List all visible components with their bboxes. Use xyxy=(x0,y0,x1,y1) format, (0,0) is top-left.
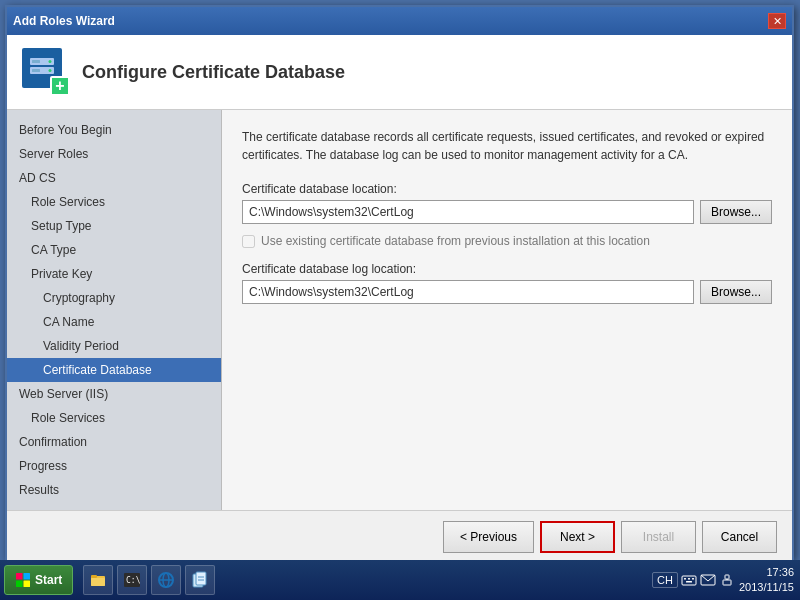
svg-rect-23 xyxy=(684,578,686,580)
next-button[interactable]: Next > xyxy=(540,521,615,553)
start-label: Start xyxy=(35,573,62,587)
existing-db-checkbox[interactable] xyxy=(242,235,255,248)
add-icon: + xyxy=(50,76,70,96)
nav-results[interactable]: Results xyxy=(7,478,221,502)
nav-validity-period[interactable]: Validity Period xyxy=(7,334,221,358)
terminal-icon: C:\ xyxy=(123,571,141,589)
nav-panel: Before You Begin Server Roles AD CS Role… xyxy=(7,110,222,510)
taskbar-clock: 17:36 2013/11/15 xyxy=(739,565,794,596)
nav-before-you-begin[interactable]: Before You Begin xyxy=(7,118,221,142)
svg-rect-28 xyxy=(723,580,731,585)
svg-rect-25 xyxy=(692,578,694,580)
taskbar-icon-files[interactable] xyxy=(185,565,215,595)
svg-point-2 xyxy=(49,60,52,63)
network-icon xyxy=(719,572,735,588)
nav-ca-name[interactable]: CA Name xyxy=(7,310,221,334)
taskbar: Start C:\ xyxy=(0,560,800,600)
svg-rect-11 xyxy=(91,578,105,586)
browse-db-button[interactable]: Browse... xyxy=(700,200,772,224)
existing-db-label: Use existing certificate database from p… xyxy=(261,234,650,248)
db-log-label: Certificate database log location: xyxy=(242,262,772,276)
nav-ca-type[interactable]: CA Type xyxy=(7,238,221,262)
nav-web-server[interactable]: Web Server (IIS) xyxy=(7,382,221,406)
wizard-header: + Configure Certificate Database xyxy=(7,35,792,110)
clock-time: 17:36 xyxy=(739,565,794,580)
browse-log-button[interactable]: Browse... xyxy=(700,280,772,304)
svg-rect-5 xyxy=(32,69,40,72)
db-log-row: Browse... xyxy=(242,280,772,304)
taskbar-icon-ie[interactable] xyxy=(151,565,181,595)
svg-rect-12 xyxy=(91,575,97,578)
browser-icon xyxy=(157,571,175,589)
svg-rect-26 xyxy=(686,581,692,583)
nav-cryptography[interactable]: Cryptography xyxy=(7,286,221,310)
page-title: Configure Certificate Database xyxy=(82,62,345,83)
content-panel: The certificate database records all cer… xyxy=(222,110,792,510)
clock-date: 2013/11/15 xyxy=(739,580,794,595)
title-bar: Add Roles Wizard ✕ xyxy=(7,7,792,35)
svg-rect-6 xyxy=(16,573,23,580)
db-location-label: Certificate database location: xyxy=(242,182,772,196)
wizard-icon: + xyxy=(22,48,70,96)
db-log-input[interactable] xyxy=(242,280,694,304)
taskbar-sys-icons: CH xyxy=(652,572,735,588)
language-indicator[interactable]: CH xyxy=(652,572,678,588)
install-button[interactable]: Install xyxy=(621,521,696,553)
window-title: Add Roles Wizard xyxy=(13,14,115,28)
svg-text:C:\: C:\ xyxy=(126,576,141,585)
nav-certificate-database[interactable]: Certificate Database xyxy=(7,358,221,382)
folder-icon xyxy=(89,571,107,589)
taskbar-quick-launch: C:\ xyxy=(83,565,215,595)
wizard-body: Before You Begin Server Roles AD CS Role… xyxy=(7,110,792,510)
svg-rect-4 xyxy=(32,60,40,63)
keyboard-icon xyxy=(681,572,697,588)
db-location-input[interactable] xyxy=(242,200,694,224)
nav-server-roles[interactable]: Server Roles xyxy=(7,142,221,166)
cancel-button[interactable]: Cancel xyxy=(702,521,777,553)
wizard-window: Add Roles Wizard ✕ + Configure Certifica… xyxy=(5,5,794,560)
svg-rect-24 xyxy=(688,578,690,580)
nav-progress[interactable]: Progress xyxy=(7,454,221,478)
start-button[interactable]: Start xyxy=(4,565,73,595)
svg-rect-9 xyxy=(24,581,31,588)
nav-ad-cs[interactable]: AD CS xyxy=(7,166,221,190)
mail-icon xyxy=(700,572,716,588)
nav-role-services-2[interactable]: Role Services xyxy=(7,406,221,430)
nav-setup-type[interactable]: Setup Type xyxy=(7,214,221,238)
nav-confirmation[interactable]: Confirmation xyxy=(7,430,221,454)
svg-rect-29 xyxy=(725,575,729,579)
taskbar-right: CH 17:36 2013/11/15 xyxy=(652,565,800,596)
nav-role-services-1[interactable]: Role Services xyxy=(7,190,221,214)
taskbar-icon-explorer[interactable] xyxy=(83,565,113,595)
svg-rect-8 xyxy=(16,581,23,588)
close-button[interactable]: ✕ xyxy=(768,13,786,29)
content-description: The certificate database records all cer… xyxy=(242,128,772,164)
file-manager-icon xyxy=(191,571,209,589)
wizard-footer: < Previous Next > Install Cancel xyxy=(7,510,792,562)
svg-rect-19 xyxy=(196,572,206,585)
svg-rect-22 xyxy=(682,576,696,585)
previous-button[interactable]: < Previous xyxy=(443,521,534,553)
windows-logo-icon xyxy=(15,572,31,588)
svg-rect-7 xyxy=(24,573,31,580)
svg-point-3 xyxy=(49,69,52,72)
existing-db-checkbox-row: Use existing certificate database from p… xyxy=(242,234,772,248)
db-location-row: Browse... xyxy=(242,200,772,224)
nav-private-key[interactable]: Private Key xyxy=(7,262,221,286)
taskbar-icon-cmd[interactable]: C:\ xyxy=(117,565,147,595)
